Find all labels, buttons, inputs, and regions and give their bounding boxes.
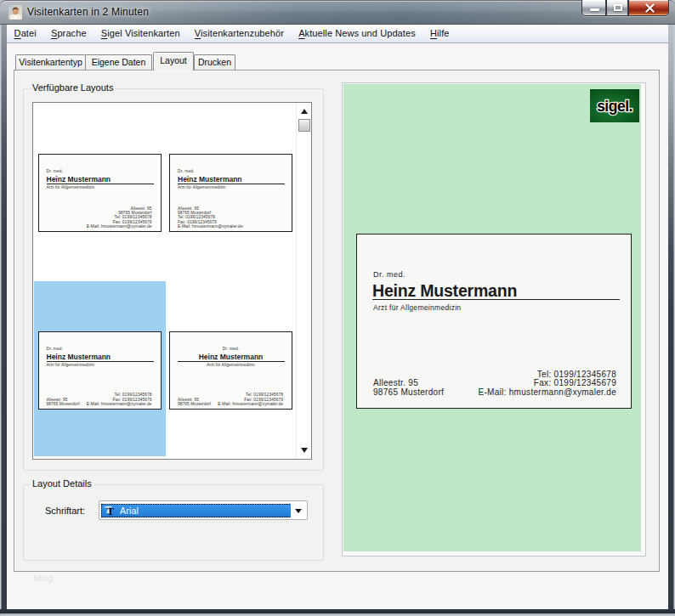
layout-option-3-selected[interactable]: Dr. med.Heinz MustermannArzt für Allgeme… [34,281,166,456]
group-available-layouts-label: Verfügbare Layouts [30,82,116,93]
svg-text:sigel.: sigel. [597,98,632,115]
preview-card-profession: Arzt für Allgemeinmedizin [373,303,461,312]
watermark: blog [34,573,54,583]
font-label: Schriftart: [45,506,85,516]
tab-visitenkartentyp[interactable]: Visitenkartentyp [15,54,86,70]
scroll-down-icon[interactable] [301,448,308,453]
layout-thumbnail-card: Dr. med.Heinz MustermannArzt für Allgeme… [169,331,292,410]
minimize-icon [590,8,599,11]
application-window: Visitenkarten in 2 Minuten DateiSpracheS… [0,0,675,616]
group-layout-details: Layout Details [23,484,324,561]
dropdown-arrow-icon [295,509,302,513]
menu-item-visitenkartenzubeh-r[interactable]: Visitenkartenzubehör [187,25,291,42]
preview-card-address: Alleestr. 9598765 Musterdorf [373,379,444,398]
maximize-icon [614,4,622,11]
tab-drucken[interactable]: Drucken [194,54,235,70]
app-icon [9,5,22,20]
menu-item-sprache[interactable]: Sprache [43,25,94,42]
layout-thumbnail-card: Dr. med.Heinz MustermannArzt für Allgeme… [169,154,292,232]
font-combobox-selection: TT Arial [101,504,292,518]
layout-option-4[interactable]: Dr. med.Heinz MustermannArzt für Allgeme… [166,281,298,456]
preview-panel: sigel. Dr. med. Heinz Mustermann Arzt fü… [342,82,646,557]
preview-card: Dr. med. Heinz Mustermann Arzt für Allge… [356,234,632,409]
layout-option-2[interactable]: Dr. med.Heinz MustermannArzt für Allgeme… [166,106,298,281]
title-bar[interactable]: Visitenkarten in 2 Minuten [0,0,675,25]
maximize-button[interactable] [606,0,628,16]
window-border-bottom [0,609,675,616]
truetype-icon: TT [104,505,116,516]
menu-bar: DateiSpracheSigel VisitenkartenVisitenka… [7,25,668,43]
group-layout-details-label: Layout Details [30,478,94,489]
tab-eigene-daten[interactable]: Eigene Daten [85,54,152,70]
preview-card-honorific: Dr. med. [373,270,406,279]
font-combobox[interactable]: TT Arial [99,500,308,520]
sigel-logo: sigel. [590,89,639,122]
scroll-up-icon[interactable] [301,109,308,114]
layout-thumbnail-card: Dr. med.Heinz MustermannArzt für Allgeme… [38,154,162,232]
minimize-button[interactable] [581,0,606,16]
window-controls [581,0,670,17]
layout-list-scrollbar[interactable] [296,103,311,459]
window-title: Visitenkarten in 2 Minuten [27,6,149,18]
tab-layout[interactable]: Layout [153,52,194,71]
layout-list[interactable]: Dr. med.Heinz MustermannArzt für Allgeme… [32,102,312,460]
font-combobox-value: Arial [120,506,139,516]
close-icon [645,3,655,13]
font-combobox-dropdown-button[interactable] [291,502,306,518]
layout-thumbnail-card: Dr. med.Heinz MustermannArzt für Allgeme… [38,331,162,410]
menu-item-sigel-visitenkarten[interactable]: Sigel Visitenkarten [94,25,187,42]
preview-background: sigel. Dr. med. Heinz Mustermann Arzt fü… [343,84,641,551]
scrollbar-thumb[interactable] [298,119,310,132]
preview-card-contact: Tel: 0199/12345678Fax: 0199/12345679E-Ma… [478,370,616,398]
menu-item-datei[interactable]: Datei [7,25,43,42]
menu-item-aktuelle-news-und-updates[interactable]: Aktuelle News und Updates [292,25,423,42]
window-border-right [668,25,675,609]
preview-card-rule [372,299,620,300]
window-border-left [0,25,7,609]
menu-item-hilfe[interactable]: Hilfe [423,25,457,42]
close-button[interactable] [628,0,669,16]
layout-option-1[interactable]: Dr. med.Heinz MustermannArzt für Allgeme… [34,106,166,281]
